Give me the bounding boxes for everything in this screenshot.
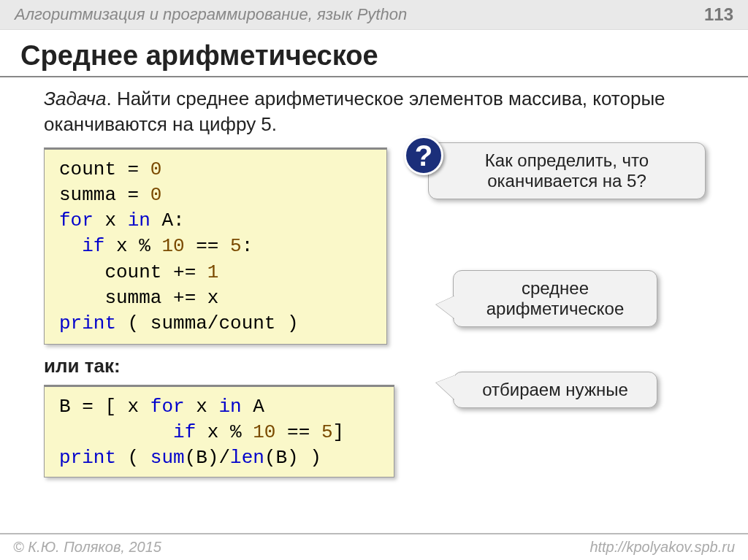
code-token: 0 (150, 158, 162, 180)
code-token: = [ x (71, 396, 150, 418)
code-token: x % (196, 421, 253, 443)
code-block-1: count = 0 summa = 0 for x in A: if x % 1… (44, 147, 387, 345)
callout-mean: среднее арифметическое (453, 270, 657, 327)
footer: © К.Ю. Поляков, 2015 http://kpolyakov.sp… (0, 533, 748, 560)
code-token: A: (150, 210, 185, 231)
code-token: print (59, 312, 116, 334)
code-token: 10 (161, 235, 184, 257)
code-token: in (128, 210, 150, 231)
code-token: (B) ) (264, 447, 321, 469)
code-token: == (275, 421, 321, 443)
code-token: if (59, 421, 196, 443)
code-token: for (150, 396, 185, 418)
code-token: A (242, 396, 264, 418)
code-token: len (230, 447, 264, 469)
code-token: += x (161, 287, 218, 309)
callout-text: Как определить, что оканчивается на 5? (485, 150, 649, 191)
code-token: B (59, 396, 71, 418)
callout-filter: отбираем нужные (453, 372, 657, 408)
code-token: += (161, 261, 207, 283)
code-token: count (59, 158, 116, 180)
question-icon: ? (404, 136, 443, 175)
code-token: for (59, 210, 94, 231)
code-token: sum (150, 447, 185, 469)
footer-author: © К.Ю. Поляков, 2015 (13, 539, 161, 556)
code-token: x % (104, 235, 161, 257)
code-token: = (116, 158, 150, 180)
callout-tail-icon (436, 375, 455, 400)
code-token: 10 (253, 421, 275, 443)
header: Алгоритмизация и программирование, язык … (0, 0, 748, 30)
task-body: . Найти среднее арифметическое элементов… (44, 88, 665, 135)
code-token: ( summa/count ) (116, 312, 299, 334)
page-number: 113 (704, 4, 733, 25)
callout-tail-icon (436, 296, 455, 319)
code-token: print (59, 447, 116, 469)
title-underline (0, 76, 748, 77)
task-label: Задача (44, 88, 106, 110)
code-block-2: B = [ x for x in A if x % 10 == 5] print… (44, 385, 394, 477)
code-token: = (116, 184, 150, 206)
callout-text: отбираем нужные (482, 380, 628, 399)
code-token: x (185, 396, 219, 418)
code-token: summa (59, 184, 116, 206)
code-token: : (242, 235, 253, 257)
code-token: (B)/ (185, 447, 230, 469)
code-token: count (59, 261, 161, 283)
question-mark: ? (415, 139, 432, 172)
code-token: in (218, 396, 241, 418)
header-category: Алгоритмизация и программирование, язык … (15, 5, 407, 24)
code-token: 1 (207, 261, 219, 283)
code-token: == (185, 235, 230, 257)
task-text: Задача. Найти среднее арифметическое эле… (44, 86, 711, 137)
code-token: 0 (150, 184, 162, 206)
callout-question: ? Как определить, что оканчивается на 5? (428, 142, 706, 199)
callout-text: среднее арифметическое (486, 278, 625, 318)
code-token: 5 (321, 421, 333, 443)
code-token: ] (333, 421, 345, 443)
code-token: 5 (230, 235, 242, 257)
code-token: ( (116, 447, 150, 469)
code-token: if (59, 235, 104, 257)
footer-url: http://kpolyakov.spb.ru (589, 539, 735, 556)
code-token: x (94, 210, 128, 231)
page-title: Среднее арифметическое (20, 40, 728, 72)
code-token: summa (59, 287, 161, 309)
